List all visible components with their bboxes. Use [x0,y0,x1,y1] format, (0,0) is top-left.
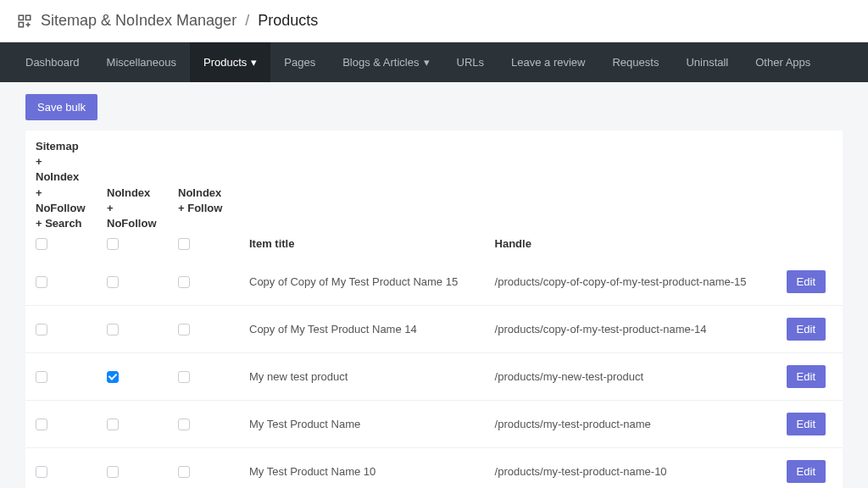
row-c1-checkbox[interactable] [36,276,47,288]
col-header-sitemap: Sitemap + NoIndex + NoFollow + Search [36,139,86,231]
row-c2-checkbox[interactable] [107,419,119,430]
svg-rect-1 [26,15,31,19]
nav-item-dashboard[interactable]: Dashboard [12,42,93,82]
row-c2-checkbox[interactable] [107,466,119,478]
table-row: Copy of Copy of My Test Product Name 15/… [25,258,843,306]
breadcrumb-separator: / [245,12,249,30]
select-all-c1-checkbox[interactable] [36,238,47,250]
main-nav: DashboardMiscellaneousProducts▾PagesBlog… [0,42,868,82]
nav-item-label: Uninstall [686,56,728,69]
edit-button[interactable]: Edit [787,413,826,435]
svg-rect-0 [19,15,23,19]
chevron-down-icon: ▾ [251,56,257,69]
nav-item-uninstall[interactable]: Uninstall [672,42,742,82]
row-c1-checkbox[interactable] [36,419,47,430]
select-all-c2-checkbox[interactable] [107,238,119,250]
table-row: My Test Product Name/products/my-test-pr… [25,400,843,447]
svg-rect-2 [19,22,23,26]
row-title: My Test Product Name 10 [239,447,485,488]
nav-item-products[interactable]: Products▾ [190,42,270,82]
row-c1-checkbox[interactable] [36,371,47,383]
app-icon [17,14,32,29]
nav-item-label: Pages [284,56,315,69]
nav-item-label: Blogs & Articles [342,56,419,69]
row-c2-checkbox[interactable] [107,324,119,336]
nav-item-pages[interactable]: Pages [270,42,329,82]
nav-item-label: URLs [457,56,485,69]
col-header-noindex-nofollow: NoIndex + NoFollow [107,186,158,232]
row-c2-checkbox[interactable] [107,276,119,288]
nav-item-label: Dashboard [25,56,80,69]
nav-item-miscellaneous[interactable]: Miscellaneous [93,42,190,82]
breadcrumb: Sitemap & NoIndex Manager / Products [0,0,868,42]
edit-button[interactable]: Edit [787,460,826,483]
col-header-noindex-follow: NoIndex + Follow [178,186,229,231]
nav-item-label: Other Apps [755,56,810,69]
row-c3-checkbox[interactable] [178,419,190,430]
nav-item-label: Leave a review [511,56,585,69]
row-title: Copy of Copy of My Test Product Name 15 [239,258,485,306]
row-c3-checkbox[interactable] [178,324,190,336]
row-title: My new test product [239,352,485,400]
edit-button[interactable]: Edit [787,270,826,293]
row-c3-checkbox[interactable] [178,466,190,478]
row-handle: /products/my-test-product-name-10 [485,447,776,488]
nav-item-blogs-articles[interactable]: Blogs & Articles▾ [329,42,442,82]
row-c3-checkbox[interactable] [178,371,190,383]
row-handle: /products/my-new-test-product [485,352,776,400]
nav-item-requests[interactable]: Requests [598,42,672,82]
row-handle: /products/my-test-product-name [485,400,776,447]
row-c3-checkbox[interactable] [178,276,190,288]
row-title: Copy of My Test Product Name 14 [239,305,485,352]
nav-item-label: Requests [612,56,659,69]
table-row: My Test Product Name 10/products/my-test… [25,447,843,488]
row-handle: /products/copy-of-my-test-product-name-1… [485,305,776,352]
save-bulk-button[interactable]: Save bulk [25,94,97,120]
row-title: My Test Product Name [239,400,485,447]
nav-item-label: Products [203,56,247,69]
nav-item-label: Miscellaneous [107,56,176,69]
page-title: Products [258,12,318,30]
row-c1-checkbox[interactable] [36,466,47,478]
nav-item-urls[interactable]: URLs [443,42,498,82]
row-handle: /products/copy-of-copy-of-my-test-produc… [485,258,776,306]
edit-button[interactable]: Edit [787,318,826,341]
table-row: Copy of My Test Product Name 14/products… [25,305,843,352]
nav-item-other-apps[interactable]: Other Apps [742,42,824,82]
table-row: My new test product/products/my-new-test… [25,352,843,400]
edit-button[interactable]: Edit [787,365,826,388]
col-header-handle: Handle [485,130,776,258]
nav-item-leave-a-review[interactable]: Leave a review [498,42,598,82]
row-c1-checkbox[interactable] [36,324,47,336]
products-table: Sitemap + NoIndex + NoFollow + Search No… [25,130,843,488]
chevron-down-icon: ▾ [424,56,430,69]
row-c2-checkbox[interactable] [107,371,119,383]
col-header-title: Item title [239,130,485,258]
select-all-c3-checkbox[interactable] [178,238,190,250]
app-title: Sitemap & NoIndex Manager [41,12,236,30]
